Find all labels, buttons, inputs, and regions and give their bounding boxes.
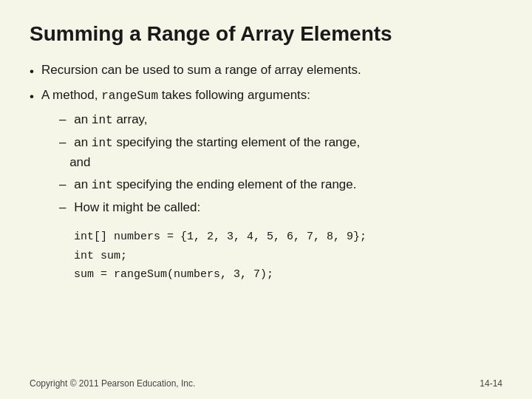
bullet-2-text: A method, rangeSum takes following argum… [41,86,310,105]
sub-item-4-text: How it might be called: [74,200,200,214]
footer: Copyright © 2011 Pearson Education, Inc.… [30,378,502,389]
sub-item-3-text: an int specifying the ending element of … [74,177,356,191]
sub-item-4: – How it might be called: [59,198,502,217]
sub-item-2-text: an int specifying the starting element o… [59,135,360,169]
int-code-2: int [92,137,113,150]
copyright-text: Copyright © 2011 Pearson Education, Inc. [30,378,195,389]
sub-item-1-text: an int array, [74,112,147,126]
code-line-3: sum = rangeSum(numbers, 3, 7); [74,265,502,284]
bullet-1: • Recursion can be used to sum a range o… [30,61,502,81]
dash-3: – [59,177,66,191]
sub-item-3: – an int specifying the ending element o… [59,175,502,195]
slide-title: Summing a Range of Array Elements [30,22,502,46]
code-block: int[] numbers = {1, 2, 3, 4, 5, 6, 7, 8,… [74,228,502,284]
dash-4: – [59,200,66,214]
rangesum-code: rangeSum [101,89,158,103]
sub-item-1: – an int array, [59,110,502,130]
sub-items-list: – an int array, – an int specifying the … [59,110,502,217]
slide: Summing a Range of Array Elements • Recu… [0,0,532,399]
bullet-2: • A method, rangeSum takes following arg… [30,86,502,106]
page-number: 14-14 [480,378,502,389]
bullet-1-text: Recursion can be used to sum a range of … [41,61,361,80]
code-line-2: int sum; [74,247,502,266]
code-line-1: int[] numbers = {1, 2, 3, 4, 5, 6, 7, 8,… [74,228,502,247]
dash-1: – [59,112,66,126]
bullet-icon-2: • [30,87,34,106]
bullet-icon-1: • [30,62,34,81]
content-area: • Recursion can be used to sum a range o… [30,61,502,284]
int-code-1: int [92,114,113,127]
int-code-3: int [92,179,113,192]
dash-2: – [59,135,66,149]
sub-item-2: – an int specifying the starting element… [59,133,502,172]
